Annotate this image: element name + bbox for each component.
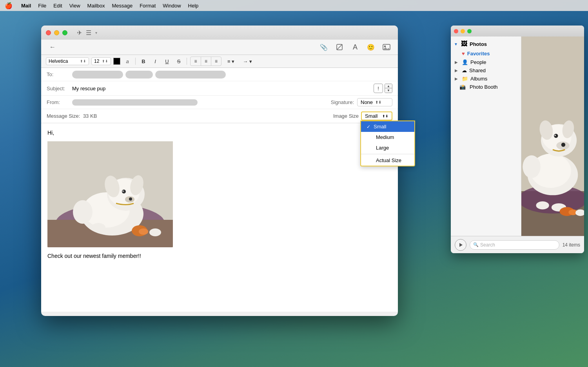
list-icon[interactable]: ☰ — [86, 29, 91, 37]
svg-point-35 — [554, 134, 558, 138]
stepper-down[interactable]: ▼ — [385, 88, 392, 93]
menubar-view[interactable]: View — [69, 3, 80, 9]
sidebar-item-favorites[interactable]: ♥ Favorites — [451, 49, 521, 58]
svg-point-21 — [73, 200, 93, 224]
photos-close-button[interactable] — [454, 29, 458, 33]
photos-root-item[interactable]: ▼ 🖼 Photos — [451, 39, 521, 49]
menubar-mail[interactable]: Mail — [21, 3, 31, 9]
image-size-button[interactable]: Small ⬆⬇ — [361, 111, 392, 121]
photos-main-area — [521, 37, 584, 236]
font-selector[interactable]: Helvetica ⬆⬇ — [46, 57, 89, 65]
dog-photo-attachment[interactable] — [47, 141, 173, 247]
image-size-label: Image Size — [333, 113, 359, 119]
text-color-swatch[interactable] — [113, 58, 120, 65]
dropdown-item-actual-size[interactable]: Actual Size — [361, 155, 414, 166]
priority-button[interactable]: ! — [374, 84, 383, 93]
photos-minimize-button[interactable] — [461, 29, 465, 33]
play-slideshow-button[interactable] — [455, 239, 466, 251]
menubar-file[interactable]: File — [38, 3, 46, 9]
recipient-chip-3[interactable] — [155, 71, 226, 79]
close-button[interactable] — [46, 30, 51, 35]
svg-point-24 — [149, 228, 161, 236]
search-placeholder: Search — [480, 242, 495, 248]
stepper-up[interactable]: ▲ — [385, 84, 392, 88]
emoji-button[interactable]: 🙂 — [365, 42, 377, 52]
svg-point-39 — [523, 155, 541, 178]
image-size-dropdown[interactable]: Small ⬆⬇ ✓ Small Medium Large — [361, 111, 392, 121]
favorites-heart-icon: ♥ — [462, 51, 465, 57]
preview-dog-svg — [521, 37, 584, 236]
send-icon[interactable]: ✈ — [77, 29, 82, 37]
search-icon: 🔍 — [473, 242, 479, 247]
svg-line-1 — [337, 44, 342, 50]
svg-point-19 — [91, 223, 105, 232]
apple-menu[interactable]: 🍎 — [5, 2, 13, 9]
menubar-mailbox[interactable]: Mailbox — [87, 3, 105, 9]
image-size-menu: ✓ Small Medium Large Actual Size — [360, 121, 415, 166]
photos-zoom-button[interactable] — [467, 29, 472, 33]
to-label: To: — [47, 71, 72, 77]
photos-panel: ▼ 🖼 Photos ♥ Favorites ▶ 👤 People ▶ ☁ Sh… — [451, 26, 584, 253]
priority-stepper[interactable]: ▲ ▼ — [385, 84, 392, 93]
dropdown-item-large[interactable]: Large — [361, 142, 414, 153]
paperclip-button[interactable]: 📎 — [318, 42, 330, 52]
italic-a-button[interactable]: a — [123, 57, 132, 66]
list-format-button[interactable]: ≡ ▾ — [224, 57, 238, 66]
photos-titlebar — [451, 26, 584, 37]
photos-footer: 🔍 Search 14 items — [451, 236, 584, 253]
font-size-selector[interactable]: 12 ⬆⬇ — [91, 57, 111, 65]
mail-body[interactable]: Hi, — [41, 123, 398, 312]
back-button[interactable]: ← — [47, 42, 58, 52]
subject-value[interactable]: My rescue pup — [72, 86, 374, 91]
bold-button[interactable]: B — [139, 57, 148, 66]
signature-selector[interactable]: None ⬆⬇ — [357, 98, 392, 106]
people-icon: 👤 — [462, 59, 468, 65]
list-chevron-icon[interactable]: ▾ — [95, 31, 97, 35]
dropdown-item-small[interactable]: ✓ Small — [361, 121, 414, 132]
from-address — [72, 99, 198, 106]
align-left-button[interactable]: ≡ — [191, 57, 201, 66]
subject-controls: ! ▲ ▼ — [374, 84, 392, 93]
photo-booth-label: Photo Booth — [470, 84, 498, 90]
zoom-button[interactable] — [62, 30, 67, 35]
photos-root-label: Photos — [470, 41, 487, 47]
align-center-button[interactable]: ≡ — [201, 57, 211, 66]
signature-chevron-icon: ⬆⬇ — [375, 100, 381, 104]
dropdown-item-medium[interactable]: Medium — [361, 132, 414, 142]
sidebar-item-photo-booth[interactable]: 📸 Photo Booth — [451, 83, 521, 91]
to-recipients[interactable] — [72, 71, 392, 79]
menubar-format[interactable]: Format — [140, 3, 156, 9]
sidebar-item-shared[interactable]: ▶ ☁ Shared — [451, 66, 521, 75]
shared-expand-arrow: ▶ — [455, 68, 459, 73]
recipient-chip-1[interactable] — [72, 71, 123, 79]
menubar-message[interactable]: Message — [112, 3, 132, 9]
people-expand-arrow: ▶ — [455, 60, 459, 64]
strikethrough-button[interactable]: S — [174, 57, 183, 66]
image-size-selected: Small — [365, 113, 378, 119]
font-size-button[interactable]: A — [349, 42, 361, 52]
menubar-edit[interactable]: Edit — [53, 3, 62, 9]
photo-button[interactable] — [381, 42, 392, 52]
mail-toolbar: ← 📎 A 🙂 — [41, 40, 398, 55]
menubar-window[interactable]: Window — [163, 3, 181, 9]
photos-search-bar[interactable]: 🔍 Search — [470, 240, 559, 250]
dropdown-actual-size-label: Actual Size — [376, 157, 401, 163]
block-icon — [336, 44, 343, 51]
block-button[interactable] — [334, 42, 345, 52]
svg-point-14 — [129, 197, 132, 201]
minimize-button[interactable] — [54, 30, 59, 35]
align-right-button[interactable]: ≡ — [211, 57, 221, 66]
albums-expand-arrow: ▶ — [455, 77, 459, 81]
recipient-chip-2[interactable] — [125, 71, 153, 79]
back-icon: ← — [49, 44, 56, 51]
sidebar-item-people[interactable]: ▶ 👤 People — [451, 58, 521, 66]
indent-button[interactable]: → ▾ — [240, 57, 254, 66]
dropdown-large-label: Large — [376, 145, 389, 151]
sidebar-item-albums[interactable]: ▶ 📁 Albums — [451, 75, 521, 83]
underline-button[interactable]: U — [162, 57, 172, 66]
italic-button[interactable]: I — [151, 57, 160, 66]
format-toolbar: Helvetica ⬆⬇ 12 ⬆⬇ a B I U S ≡ ≡ ≡ ≡ ▾ →… — [41, 55, 398, 68]
signature-label: Signature: — [331, 99, 354, 105]
menubar-help[interactable]: Help — [188, 3, 199, 9]
shared-label: Shared — [469, 68, 486, 73]
